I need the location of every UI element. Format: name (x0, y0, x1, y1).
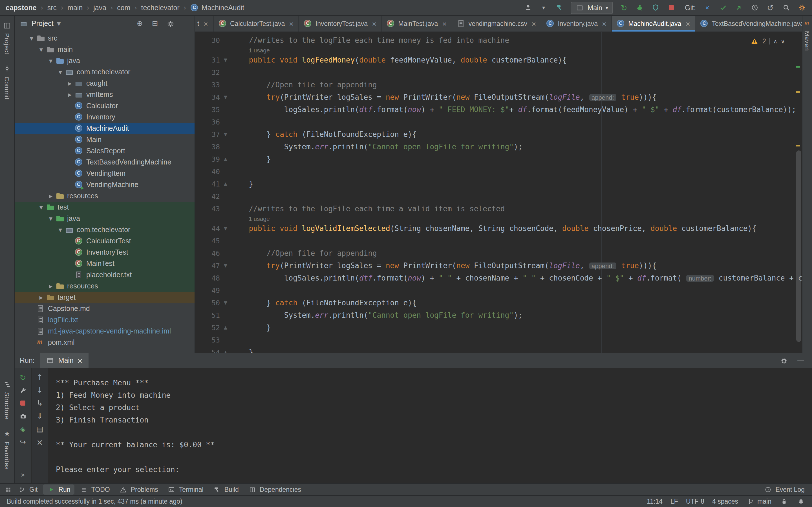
fold-start-icon[interactable]: ▼ (220, 297, 231, 309)
tree-item-inventory[interactable]: Inventory (15, 112, 195, 123)
close-icon[interactable]: × (371, 20, 377, 27)
chevron-down-icon[interactable]: ▼ (27, 36, 36, 41)
close-icon[interactable]: × (531, 20, 536, 27)
gear-icon[interactable] (166, 18, 175, 29)
wrench-icon[interactable] (18, 386, 28, 394)
fold-end-icon[interactable]: ▲ (220, 346, 231, 353)
usage-inlay-hint[interactable]: 1 usage (195, 215, 802, 223)
tree-item-calculator[interactable]: Calculator (15, 100, 195, 112)
indent-widget[interactable]: 4 spaces (712, 498, 738, 505)
fold-start-icon[interactable]: ▼ (220, 260, 231, 272)
chevron-right-icon[interactable]: ▶ (46, 193, 55, 199)
tree-item-inventorytest[interactable]: InventoryTest (15, 247, 195, 258)
profiler-icon[interactable]: ◈ (18, 425, 28, 433)
toolwindow-button-problems[interactable]: Problems (115, 485, 162, 495)
line-number[interactable]: 51 (195, 309, 220, 322)
tree-item-maintest[interactable]: MainTest (15, 258, 195, 269)
tree-item-com-techelevator[interactable]: ▼com.techelevator (15, 66, 195, 78)
toolwindow-button-build[interactable]: Build (209, 485, 243, 495)
breadcrumb-item[interactable]: techelevator (141, 4, 179, 11)
line-number[interactable]: 50 (195, 297, 220, 309)
stop-icon[interactable] (18, 399, 28, 407)
line-number[interactable]: 35 (195, 104, 220, 116)
tree-item-logfile-txt[interactable]: logFile.txt (15, 314, 195, 326)
line-number[interactable]: 53 (195, 334, 220, 346)
line-number[interactable]: 34 (195, 91, 220, 104)
chevron-down-icon[interactable]: ▼ (57, 21, 61, 26)
toolwindow-button-terminal[interactable]: Terminal (163, 485, 207, 495)
tree-item-capstone-md[interactable]: Capstone.md (15, 303, 195, 314)
breadcrumb-item[interactable]: MachineAudit (190, 3, 245, 12)
minimize-icon[interactable]: ― (796, 355, 805, 365)
toolwindow-button-run[interactable]: Run (43, 485, 74, 495)
tree-item-resources[interactable]: ▶resources (15, 281, 195, 292)
vcs-commit-icon[interactable] (718, 3, 727, 13)
line-number[interactable]: 45 (195, 235, 220, 247)
chevron-down-icon[interactable]: ▼ (46, 58, 55, 63)
toolwindow-button-todo[interactable]: TODO (75, 485, 114, 495)
editor-tab-calculatortest-java[interactable]: CalculatorTest.java× (214, 16, 299, 32)
run-tab[interactable]: Main × (40, 353, 89, 368)
encoding-widget[interactable]: UTF-8 (686, 498, 704, 505)
user-icon[interactable] (523, 3, 532, 13)
editor-tab-partial[interactable]: t× (195, 16, 214, 32)
line-number[interactable]: 36 (195, 116, 220, 128)
line-number[interactable]: 38 (195, 141, 220, 153)
rerun-icon[interactable]: ↻ (18, 373, 28, 381)
hammer-icon[interactable] (555, 3, 564, 13)
tree-item-salesreport[interactable]: SalesReport (15, 145, 195, 157)
chevron-down-icon[interactable]: ▾ (539, 3, 548, 13)
settings-icon[interactable] (797, 3, 806, 13)
code-editor[interactable]: 30 //writes to the logFile each time mon… (195, 32, 802, 353)
toolwindow-button-event-log[interactable]: Event Log (760, 485, 809, 495)
fold-end-icon[interactable]: ▲ (220, 178, 231, 190)
minimize-icon[interactable]: ― (181, 18, 190, 29)
tree-item-textbasedvendingmachine[interactable]: TextBasedVendingMachine (15, 157, 195, 168)
tree-item-test[interactable]: ▼test (15, 202, 195, 213)
tree-item-m1-java-capstone-vending-machine-iml[interactable]: m1-java-capstone-vending-machine.iml (15, 326, 195, 337)
prev-warning-icon[interactable]: ∧ (773, 38, 777, 44)
sidebar-item-project[interactable]: Project (3, 20, 11, 55)
next-warning-icon[interactable]: ∨ (781, 38, 785, 44)
rerun-icon[interactable]: ↻ (619, 3, 628, 13)
chevron-right-icon[interactable]: ▶ (37, 295, 46, 300)
chevron-down-icon[interactable]: ▼ (37, 205, 46, 210)
sidebar-item-structure[interactable]: Structure (3, 379, 11, 420)
tree-item-src[interactable]: ▼src (15, 33, 195, 44)
sidebar-item-maven[interactable]: Maven (803, 19, 812, 51)
tree-item-java[interactable]: ▼java (15, 55, 195, 66)
line-number[interactable]: 54 (195, 346, 220, 353)
tree-item-placeholder-txt[interactable]: placeholder.txt (15, 269, 195, 281)
tree-item-caught[interactable]: ▶caught (15, 78, 195, 89)
history-icon[interactable] (750, 3, 759, 13)
tree-item-main[interactable]: Main (15, 134, 195, 145)
close-icon[interactable]: × (602, 20, 607, 27)
line-number[interactable]: 33 (195, 79, 220, 91)
sidebar-item-commit[interactable]: Commit (3, 64, 11, 100)
camera-icon[interactable] (18, 412, 28, 420)
print-icon[interactable]: ▤ (35, 425, 44, 433)
editor-tab-inventory-java[interactable]: Inventory.java× (541, 16, 612, 32)
stripe-mark-warning[interactable] (796, 91, 800, 93)
chevron-right-icon[interactable]: ▶ (65, 81, 74, 86)
breadcrumb-item[interactable]: com (117, 4, 130, 11)
line-number[interactable]: 31 (195, 54, 220, 66)
line-separator-widget[interactable]: LF (670, 498, 678, 505)
tree-item-machineaudit[interactable]: MachineAudit (15, 123, 195, 134)
line-number[interactable]: 32 (195, 66, 220, 79)
tree-item-resources[interactable]: ▶resources (15, 190, 195, 202)
tree-item-main[interactable]: ▼main (15, 44, 195, 55)
fold-start-icon[interactable]: ▼ (220, 91, 231, 104)
sidebar-item-favorites[interactable]: ★Favorites (3, 429, 11, 470)
soft-wrap-icon[interactable]: ↳ (35, 399, 44, 407)
editor-tab-maintest-java[interactable]: MainTest.java× (382, 16, 452, 32)
fold-end-icon[interactable]: ▲ (220, 322, 231, 334)
fold-start-icon[interactable]: ▼ (220, 223, 231, 235)
line-number[interactable]: 40 (195, 166, 220, 178)
tree-item-target[interactable]: ▶target (15, 292, 195, 303)
chevron-down-icon[interactable]: ▼ (46, 216, 55, 221)
toolwindow-button-git[interactable]: Git (13, 485, 42, 495)
breadcrumb-item[interactable]: capstone (6, 4, 37, 11)
line-number[interactable]: 39 (195, 153, 220, 166)
chevron-down-icon[interactable]: ▼ (56, 227, 65, 232)
